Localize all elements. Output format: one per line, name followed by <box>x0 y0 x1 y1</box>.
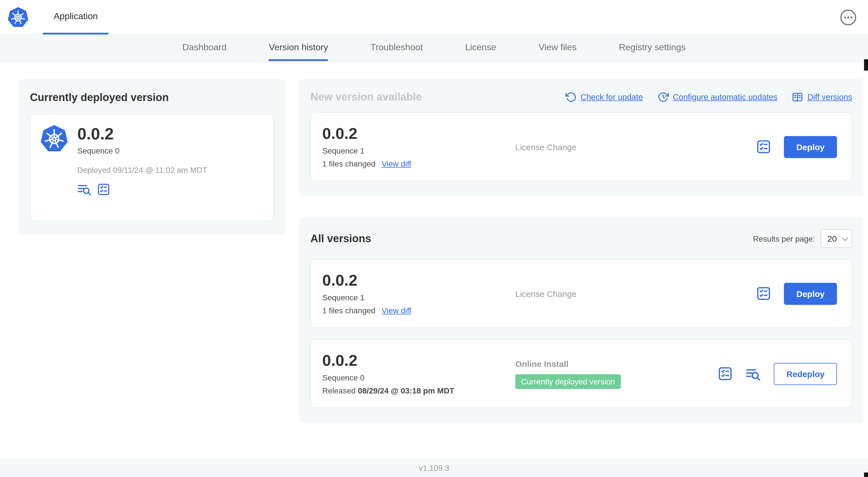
refresh-icon <box>565 91 577 103</box>
kubernetes-logo-icon <box>7 0 29 34</box>
deployed-version-info: 0.0.2 Sequence 0 Deployed 09/11/24 @ 11:… <box>77 124 207 211</box>
ellipsis-icon <box>840 9 857 26</box>
version-number: 0.0.2 <box>322 352 515 369</box>
all-versions-title: All versions <box>310 232 371 245</box>
results-per-page: Results per page: 20 <box>753 229 852 248</box>
sequence-label: Sequence 0 <box>322 374 515 383</box>
console-version-label: v1.109.3 <box>419 463 449 472</box>
version-number: 0.0.2 <box>77 125 207 143</box>
preflight-checks-icon <box>97 183 110 196</box>
tab-view-files[interactable]: View files <box>539 35 577 61</box>
all-versions-panel: All versions Results per page: 20 <box>299 217 864 423</box>
version-source-label: License Change <box>515 142 577 152</box>
currently-deployed-title: Currently deployed version <box>30 91 274 104</box>
version-source-label: Online Install <box>515 359 568 368</box>
diff-icon <box>792 91 803 103</box>
check-for-update-link[interactable]: Check for update <box>565 91 643 103</box>
sequence-label: Sequence 0 <box>77 147 207 155</box>
tab-application-label: Application <box>54 11 98 22</box>
sequence-label: Sequence 1 <box>322 293 515 302</box>
version-row: 0.0.2 Sequence 1 1 files changed View di… <box>310 259 852 328</box>
preflight-checks-button[interactable] <box>718 366 733 381</box>
deploy-button[interactable]: Deploy <box>784 282 837 304</box>
tab-registry-settings[interactable]: Registry settings <box>619 35 686 61</box>
app-window: Application Dashboard Version history Tr… <box>0 0 868 477</box>
view-diff-link[interactable]: View diff <box>381 159 411 169</box>
app-header: Application <box>0 0 868 35</box>
version-source-label: License Change <box>515 289 577 298</box>
results-per-page-label: Results per page: <box>753 234 815 243</box>
release-notes-button[interactable] <box>77 183 91 196</box>
tab-troubleshoot[interactable]: Troubleshoot <box>371 35 423 61</box>
tab-dashboard[interactable]: Dashboard <box>182 35 226 61</box>
deploy-button[interactable]: Deploy <box>784 136 837 158</box>
scrollbar-thumb[interactable] <box>864 59 868 70</box>
release-notes-icon <box>746 367 761 381</box>
version-row: 0.0.2 Sequence 0 Released 08/29/24 @ 03:… <box>310 339 852 408</box>
version-number: 0.0.2 <box>322 125 515 143</box>
view-diff-link[interactable]: View diff <box>381 306 411 315</box>
version-actions: Check for update Configure automatic upd… <box>565 91 852 103</box>
tab-license[interactable]: License <box>465 35 496 61</box>
redeploy-button[interactable]: Redeploy <box>774 363 837 385</box>
main-content: Currently deployed version <box>0 62 868 458</box>
more-menu-button[interactable] <box>840 9 857 26</box>
currently-deployed-badge: Currently deployed version <box>515 374 621 389</box>
preflight-checks-button[interactable] <box>756 286 771 301</box>
preflight-checks-button[interactable] <box>97 183 110 196</box>
configure-automatic-updates-link[interactable]: Configure automatic updates <box>657 91 777 103</box>
released-timestamp: Released 08/29/24 @ 03:18 pm MDT <box>322 386 515 395</box>
preflight-checks-button[interactable] <box>756 140 771 154</box>
deployed-version-card: 0.0.2 Sequence 0 Deployed 09/11/24 @ 11:… <box>30 114 274 221</box>
files-changed-label: 1 files changed <box>322 306 375 315</box>
files-changed-label: 1 files changed <box>322 159 375 169</box>
app-footer: v1.109.3 <box>0 458 868 477</box>
tab-application[interactable]: Application <box>43 0 108 34</box>
scrollbar-thumb[interactable] <box>864 473 868 477</box>
new-version-title: New version available <box>310 91 422 103</box>
currently-deployed-panel: Currently deployed version <box>19 79 285 235</box>
sequence-label: Sequence 1 <box>322 147 515 155</box>
tab-version-history[interactable]: Version history <box>269 35 328 61</box>
deployed-timestamp: Deployed 09/11/24 @ 11:02 am MDT <box>77 166 207 175</box>
version-number: 0.0.2 <box>322 272 515 289</box>
new-version-panel: New version available Check for update <box>299 79 864 196</box>
deployed-actions <box>77 183 207 196</box>
clock-refresh-icon <box>657 91 669 103</box>
subnav: Dashboard Version history Troubleshoot L… <box>0 35 868 62</box>
diff-versions-link[interactable]: Diff versions <box>792 91 852 103</box>
results-per-page-select[interactable]: 20 <box>820 229 852 248</box>
preflight-checks-icon <box>756 140 771 154</box>
preflight-checks-icon <box>756 286 771 301</box>
release-notes-icon <box>77 183 91 196</box>
kubernetes-icon <box>39 124 69 211</box>
preflight-checks-icon <box>718 366 733 381</box>
right-column: New version available Check for update <box>299 79 864 423</box>
new-version-card: 0.0.2 Sequence 1 1 files changed View di… <box>310 112 852 181</box>
release-notes-button[interactable] <box>746 367 761 381</box>
